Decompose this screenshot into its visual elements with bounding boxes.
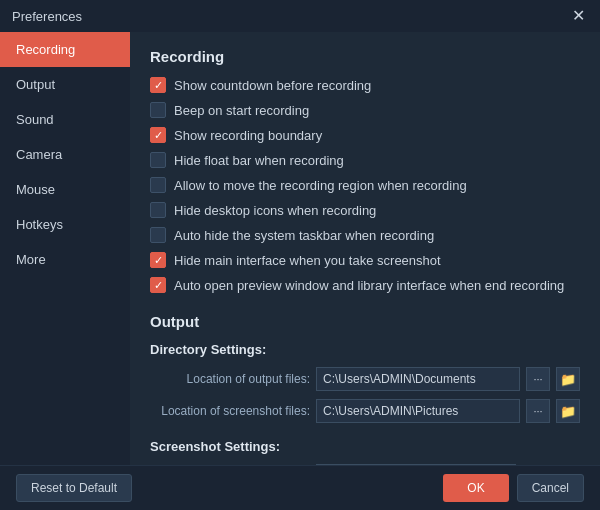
sidebar-item-hotkeys[interactable]: Hotkeys [0, 207, 130, 242]
directory-section-title: Directory Settings: [150, 342, 580, 357]
main-content: RecordingOutputSoundCameraMouseHotkeysMo… [0, 32, 600, 465]
close-button[interactable]: ✕ [568, 6, 588, 26]
checkbox-row-moveregion: Allow to move the recording region when … [150, 177, 580, 193]
sidebar: RecordingOutputSoundCameraMouseHotkeysMo… [0, 32, 130, 465]
title-bar: Preferences ✕ [0, 0, 600, 32]
checkbox-countdown[interactable]: ✓ [150, 77, 166, 93]
checkbox-label-countdown: Show countdown before recording [174, 78, 371, 93]
preferences-dialog: Preferences ✕ RecordingOutputSoundCamera… [0, 0, 600, 510]
format-select[interactable]: PNGJPGBMPGIF [316, 464, 516, 465]
checkbox-row-floatbar: Hide float bar when recording [150, 152, 580, 168]
checkbox-row-countdown: ✓Show countdown before recording [150, 77, 580, 93]
cancel-button[interactable]: Cancel [517, 474, 584, 502]
checkbox-label-desktopicons: Hide desktop icons when recording [174, 203, 376, 218]
sidebar-item-camera[interactable]: Camera [0, 137, 130, 172]
screenshot-section: Screenshot Settings: Screenshot format: … [150, 439, 580, 465]
checkbox-beep[interactable] [150, 102, 166, 118]
screenshot-files-row: Location of screenshot files: ··· 📁 [150, 399, 580, 423]
checkbox-row-boundary: ✓Show recording boundary [150, 127, 580, 143]
format-select-wrapper[interactable]: PNGJPGBMPGIF [316, 464, 516, 465]
checkbox-moveregion[interactable] [150, 177, 166, 193]
ok-button[interactable]: OK [443, 474, 508, 502]
checkbox-row-desktopicons: Hide desktop icons when recording [150, 202, 580, 218]
output-section: Output Directory Settings: Location of o… [150, 313, 580, 465]
checkbox-autoopen[interactable]: ✓ [150, 277, 166, 293]
sidebar-item-sound[interactable]: Sound [0, 102, 130, 137]
checkbox-taskbar[interactable] [150, 227, 166, 243]
screenshot-files-label: Location of screenshot files: [150, 404, 310, 418]
screenshot-files-dots-button[interactable]: ··· [526, 399, 550, 423]
checkbox-row-maininterface: ✓Hide main interface when you take scree… [150, 252, 580, 268]
output-files-input[interactable] [316, 367, 520, 391]
checkbox-label-floatbar: Hide float bar when recording [174, 153, 344, 168]
checkbox-label-moveregion: Allow to move the recording region when … [174, 178, 467, 193]
dialog-title: Preferences [12, 9, 82, 24]
output-files-row: Location of output files: ··· 📁 [150, 367, 580, 391]
sidebar-item-recording[interactable]: Recording [0, 32, 130, 67]
output-files-dots-button[interactable]: ··· [526, 367, 550, 391]
checkbox-label-autoopen: Auto open preview window and library int… [174, 278, 564, 293]
checkbox-label-boundary: Show recording boundary [174, 128, 322, 143]
checkbox-desktopicons[interactable] [150, 202, 166, 218]
reset-button[interactable]: Reset to Default [16, 474, 132, 502]
checkbox-row-autoopen: ✓Auto open preview window and library in… [150, 277, 580, 293]
output-files-folder-button[interactable]: 📁 [556, 367, 580, 391]
checkbox-row-taskbar: Auto hide the system taskbar when record… [150, 227, 580, 243]
checkboxes-list: ✓Show countdown before recordingBeep on … [150, 77, 580, 293]
screenshot-settings-title: Screenshot Settings: [150, 439, 580, 454]
checkbox-label-maininterface: Hide main interface when you take screen… [174, 253, 441, 268]
sidebar-item-output[interactable]: Output [0, 67, 130, 102]
footer-right: OK Cancel [443, 474, 584, 502]
checkbox-boundary[interactable]: ✓ [150, 127, 166, 143]
recording-section-title: Recording [150, 48, 580, 65]
checkbox-maininterface[interactable]: ✓ [150, 252, 166, 268]
checkbox-label-beep: Beep on start recording [174, 103, 309, 118]
output-files-label: Location of output files: [150, 372, 310, 386]
output-section-title: Output [150, 313, 580, 330]
screenshot-files-input[interactable] [316, 399, 520, 423]
checkbox-label-taskbar: Auto hide the system taskbar when record… [174, 228, 434, 243]
sidebar-item-more[interactable]: More [0, 242, 130, 277]
footer: Reset to Default OK Cancel [0, 465, 600, 510]
checkbox-floatbar[interactable] [150, 152, 166, 168]
screenshot-files-folder-button[interactable]: 📁 [556, 399, 580, 423]
checkbox-row-beep: Beep on start recording [150, 102, 580, 118]
sidebar-item-mouse[interactable]: Mouse [0, 172, 130, 207]
content-area: Recording ✓Show countdown before recordi… [130, 32, 600, 465]
